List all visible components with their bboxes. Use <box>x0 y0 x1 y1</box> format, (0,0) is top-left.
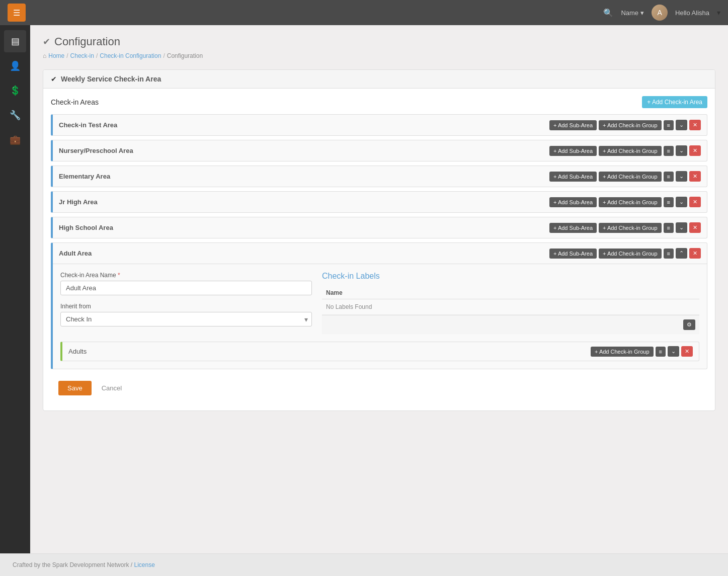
breadcrumb-checkin[interactable]: Check-in <box>70 52 94 59</box>
sidebar-item-tools[interactable]: 🔧 <box>4 104 26 126</box>
avatar[interactable]: A <box>652 5 668 21</box>
panel-body: Check-in Areas + Add Check-in Area Check… <box>43 89 715 410</box>
sidebar-item-admin[interactable]: 💼 <box>4 129 26 151</box>
reorder-test-button[interactable]: ≡ <box>664 120 674 130</box>
footer-license-link[interactable]: License <box>134 561 154 568</box>
add-group-test-button[interactable]: + Add Check-in Group <box>599 120 662 130</box>
reorder-jrhigh-button[interactable]: ≡ <box>664 197 674 207</box>
area-jrhigh-actions: + Add Sub-Area + Add Check-in Group ≡ ⌄ … <box>549 197 701 207</box>
area-name-group: Check-in Area Name * <box>60 272 312 295</box>
name-dropdown[interactable]: Name ▾ <box>621 9 644 17</box>
delete-test-button[interactable]: ✕ <box>689 120 701 130</box>
no-labels-cell: No Labels Found <box>322 299 699 315</box>
area-row-highschool-header: High School Area + Add Sub-Area + Add Ch… <box>53 217 707 238</box>
add-group-jrhigh-button[interactable]: + Add Check-in Group <box>599 197 662 207</box>
panel-title: Weekly Service Check-in Area <box>61 75 161 83</box>
add-subarea-test-button[interactable]: + Add Sub-Area <box>549 120 597 130</box>
panel-heading: ✔ Weekly Service Check-in Area <box>43 70 715 89</box>
caret-icon: ▾ <box>640 9 644 17</box>
area-row-jrhigh-header: Jr High Area + Add Sub-Area + Add Check-… <box>53 192 707 212</box>
breadcrumb-config-link[interactable]: Check-in Configuration <box>100 52 161 59</box>
reorder-adult-icon: ≡ <box>667 251 670 257</box>
areas-header: Check-in Areas + Add Check-in Area <box>51 96 707 108</box>
sidebar-item-dashboard[interactable]: ▤ <box>4 30 26 52</box>
x-subgroup-icon: ✕ <box>685 348 689 354</box>
hello-caret-icon: ▾ <box>717 9 720 17</box>
area-row-adult-header: Adult Area + Add Sub-Area + Add Check-in… <box>53 243 707 264</box>
add-group-nursery-button[interactable]: + Add Check-in Group <box>599 146 662 156</box>
chevron-down-highschool-button[interactable]: ⌄ <box>676 222 687 233</box>
sidebar-item-finance[interactable]: 💲 <box>4 79 26 102</box>
add-group-elementary-button[interactable]: + Add Check-in Group <box>599 172 662 182</box>
add-subarea-highschool-button[interactable]: + Add Sub-Area <box>549 223 597 233</box>
reorder-subgroup-icon: ≡ <box>659 349 662 355</box>
reorder-nursery-button[interactable]: ≡ <box>664 146 674 156</box>
area-nursery-title: Nursery/Preschool Area <box>59 147 133 154</box>
chevron-down-subgroup-button[interactable]: ⌄ <box>668 346 679 357</box>
chevron-up-adult-button[interactable]: ⌃ <box>676 248 687 259</box>
add-subarea-nursery-button[interactable]: + Add Sub-Area <box>549 146 597 156</box>
adult-right-col: Check-in Labels Name <box>322 272 699 334</box>
avatar-initial: A <box>657 9 662 17</box>
add-subarea-adult-button[interactable]: + Add Sub-Area <box>549 249 597 259</box>
area-name-input[interactable] <box>60 281 312 295</box>
inherit-label: Inherit from <box>60 303 312 310</box>
chevron-down-highschool-icon: ⌄ <box>679 224 684 230</box>
layout: ▤ 👤 💲 🔧 💼 ✔ Configuration ⌂ Home / Check… <box>0 25 728 553</box>
navbar: ☰ 🔍 Name ▾ A Hello Alisha ▾ <box>0 0 728 25</box>
breadcrumb-home[interactable]: Home <box>48 52 64 59</box>
area-name-label: Check-in Area Name * <box>60 272 312 279</box>
chevron-down-jrhigh-button[interactable]: ⌄ <box>676 197 687 207</box>
labels-gear-button[interactable]: ⚙ <box>683 319 695 330</box>
inherit-select[interactable]: Check In None <box>60 312 312 326</box>
labels-table: Name No Labels Found <box>322 287 699 315</box>
delete-nursery-button[interactable]: ✕ <box>689 145 701 156</box>
chevron-down-elementary-button[interactable]: ⌄ <box>676 171 687 182</box>
delete-highschool-button[interactable]: ✕ <box>689 222 701 233</box>
area-row-highschool: High School Area + Add Sub-Area + Add Ch… <box>51 217 707 238</box>
x-adult-icon: ✕ <box>693 250 697 256</box>
inherit-select-wrapper: Check In None ▾ <box>60 312 312 326</box>
breadcrumb-sep-1: / <box>66 52 68 59</box>
area-elementary-actions: + Add Sub-Area + Add Check-in Group ≡ ⌄ … <box>549 171 701 182</box>
add-group-adult-button[interactable]: + Add Check-in Group <box>599 249 662 259</box>
bars-icon: ☰ <box>13 8 20 18</box>
cancel-button[interactable]: Cancel <box>97 381 127 395</box>
chevron-down-test-button[interactable]: ⌄ <box>676 120 687 130</box>
reorder-adult-button[interactable]: ≡ <box>664 249 674 259</box>
area-elementary-title: Elementary Area <box>59 173 110 180</box>
add-checkin-area-button[interactable]: + Add Check-in Area <box>642 96 707 108</box>
chevron-down-jrhigh-icon: ⌄ <box>679 199 684 205</box>
area-adult-expanded: Check-in Area Name * Inherit from <box>53 264 707 361</box>
area-adult-title: Adult Area <box>59 250 92 257</box>
breadcrumb: ⌂ Home / Check-in / Check-in Configurati… <box>43 52 715 59</box>
add-group-subgroup-button[interactable]: + Add Check-in Group <box>591 347 654 357</box>
chevron-up-adult-icon: ⌃ <box>679 250 684 256</box>
menu-toggle-button[interactable]: ☰ <box>8 4 26 22</box>
area-highschool-actions: + Add Sub-Area + Add Check-in Group ≡ ⌄ … <box>549 222 701 233</box>
delete-adult-button[interactable]: ✕ <box>689 248 701 259</box>
add-subarea-jrhigh-button[interactable]: + Add Sub-Area <box>549 197 597 207</box>
reorder-test-icon: ≡ <box>667 122 670 128</box>
subgroup-adults-row: Adults + Add Check-in Group ≡ ⌄ ✕ <box>60 342 699 361</box>
chevron-down-subgroup-icon: ⌄ <box>671 348 676 354</box>
sidebar-item-people[interactable]: 👤 <box>4 55 26 77</box>
labels-section: Check-in Labels Name <box>322 272 699 334</box>
delete-subgroup-button[interactable]: ✕ <box>681 346 693 357</box>
area-highschool-title: High School Area <box>59 224 113 231</box>
hello-text: Hello Alisha <box>675 9 709 17</box>
reorder-highschool-button[interactable]: ≡ <box>664 223 674 233</box>
search-icon[interactable]: 🔍 <box>603 8 613 18</box>
add-subarea-elementary-button[interactable]: + Add Sub-Area <box>549 172 597 182</box>
x-highschool-icon: ✕ <box>693 224 697 230</box>
reorder-elementary-button[interactable]: ≡ <box>664 172 674 182</box>
delete-elementary-button[interactable]: ✕ <box>689 171 701 182</box>
save-button[interactable]: Save <box>58 381 92 395</box>
area-test-actions: + Add Sub-Area + Add Check-in Group ≡ ⌄ … <box>549 120 701 130</box>
chevron-down-nursery-button[interactable]: ⌄ <box>676 145 687 156</box>
name-label: Name <box>621 9 638 17</box>
reorder-subgroup-button[interactable]: ≡ <box>656 347 666 357</box>
add-group-highschool-button[interactable]: + Add Check-in Group <box>599 223 662 233</box>
area-row-nursery: Nursery/Preschool Area + Add Sub-Area + … <box>51 140 707 161</box>
delete-jrhigh-button[interactable]: ✕ <box>689 197 701 207</box>
